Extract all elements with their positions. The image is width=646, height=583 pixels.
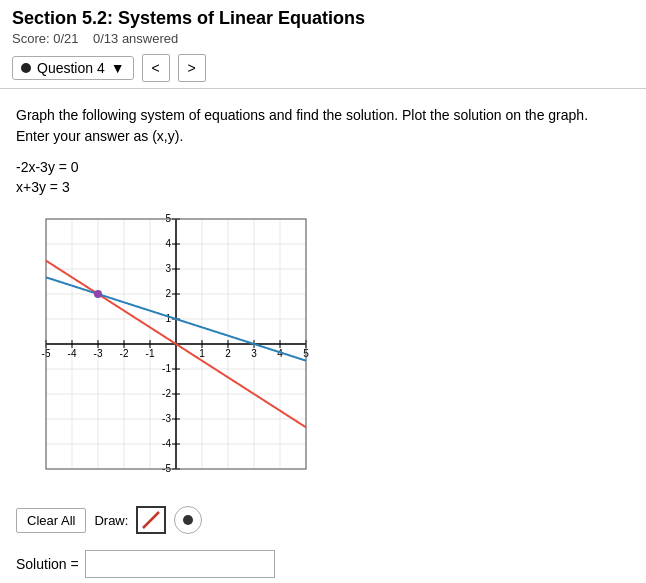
dot-tool-button[interactable]: [174, 506, 202, 534]
score-line: Score: 0/21 0/13 answered: [12, 31, 634, 46]
graph-container: [16, 209, 316, 489]
graph-area[interactable]: [16, 209, 316, 489]
toolbar: Clear All Draw:: [16, 506, 630, 534]
solution-label: Solution =: [16, 556, 79, 572]
answered-count: 0/13 answered: [93, 31, 178, 46]
prev-button[interactable]: <: [142, 54, 170, 82]
solution-row: Solution =: [16, 550, 630, 578]
score-value: 0/21: [53, 31, 78, 46]
clear-button[interactable]: Clear All: [16, 508, 86, 533]
question-label: Question 4: [37, 60, 105, 76]
chevron-down-icon: ▼: [111, 60, 125, 76]
line-tool-button[interactable]: [136, 506, 166, 534]
question-dropdown[interactable]: Question 4 ▼: [12, 56, 134, 80]
question-nav: Question 4 ▼ < >: [12, 54, 634, 82]
content-area: Graph the following system of equations …: [0, 89, 646, 583]
line-tool-icon: [141, 510, 161, 530]
section-title: Section 5.2: Systems of Linear Equations: [12, 8, 634, 29]
score-label: Score:: [12, 31, 50, 46]
solution-input[interactable]: [85, 550, 275, 578]
equation-2: x+3y = 3: [16, 179, 630, 195]
next-button[interactable]: >: [178, 54, 206, 82]
dot-icon: [183, 515, 193, 525]
equation-1: -2x-3y = 0: [16, 159, 630, 175]
draw-label: Draw:: [94, 513, 128, 528]
svg-line-0: [143, 512, 159, 528]
problem-instruction: Graph the following system of equations …: [16, 105, 616, 147]
question-dot: [21, 63, 31, 73]
